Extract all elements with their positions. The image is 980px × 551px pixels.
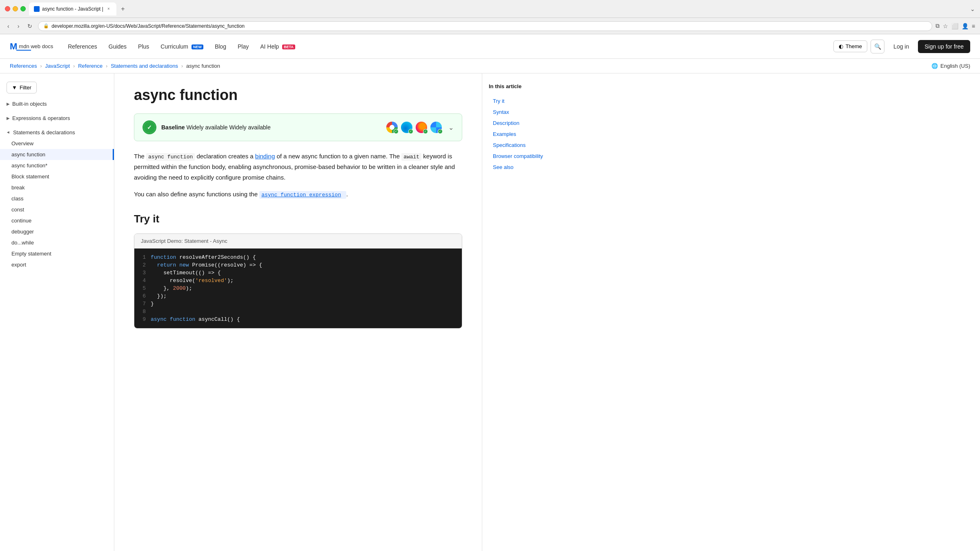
code-line-2: 2 return new Promise((resolve) => { <box>134 261 462 269</box>
edge-check: ✓ <box>408 129 413 134</box>
mdn-logo[interactable]: M mdn web docs <box>10 41 53 52</box>
filter-button[interactable]: ▼ Filter <box>7 82 37 93</box>
desc-code-link: async function expression <box>259 191 346 199</box>
chevron-right-icon: ▶ <box>7 102 10 106</box>
toc-try-it[interactable]: Try it <box>489 96 565 106</box>
async-function-expression-link[interactable]: async function expression <box>261 192 341 198</box>
back-button[interactable]: ‹ <box>5 22 12 30</box>
sidebar-item-class[interactable]: class <box>0 193 114 204</box>
breadcrumb-statements[interactable]: Statements and declarations <box>111 63 178 69</box>
code-line-7: 7 } <box>134 300 462 308</box>
menu-icon[interactable]: ≡ <box>972 23 975 29</box>
toc-browser-compat[interactable]: Browser compatibility <box>489 151 565 161</box>
nav-aihelp[interactable]: AI Help BETA <box>255 41 300 52</box>
desc-code-2: await <box>401 153 421 161</box>
line-num-4: 4 <box>134 278 151 284</box>
desc-text-6: . <box>346 191 348 198</box>
reload-button[interactable]: ↻ <box>25 22 35 30</box>
signup-button[interactable]: Sign up for free <box>918 40 970 53</box>
breadcrumb-references[interactable]: References <box>10 63 37 69</box>
toc-examples[interactable]: Examples <box>489 129 565 139</box>
nav-references[interactable]: References <box>63 41 102 52</box>
screen-share-icon[interactable]: ⧉ <box>935 22 940 29</box>
nav-plus[interactable]: Plus <box>133 41 154 52</box>
new-badge: NEW <box>192 44 203 49</box>
toc-specifications[interactable]: Specifications <box>489 140 565 150</box>
sidebar-item-continue[interactable]: continue <box>0 215 114 226</box>
code-block: 1 function resolveAfter2Seconds() { 2 re… <box>134 249 462 328</box>
breadcrumb: References › JavaScript › Reference › St… <box>0 59 980 73</box>
code-line-3: 3 setTimeout(() => { <box>134 269 462 277</box>
breadcrumb-javascript[interactable]: JavaScript <box>45 63 70 69</box>
minimize-button[interactable] <box>13 6 18 11</box>
toc-description[interactable]: Description <box>489 118 565 128</box>
firefox-check: ✓ <box>423 129 428 134</box>
sidebar-section-expressions: ▶ Expressions & operators <box>0 111 114 125</box>
sidebar-section-builtins: ▶ Built-in objects <box>0 97 114 111</box>
baseline-text: Baseline Widely available Widely availab… <box>161 124 381 131</box>
nav-guides[interactable]: Guides <box>104 41 131 52</box>
active-tab[interactable]: async function - JavaScript | × <box>29 2 116 16</box>
sidebar-group-statements[interactable]: ▼ Statements & declarations <box>0 127 114 138</box>
url-input[interactable]: 🔒 developer.mozilla.org/en-US/docs/Web/J… <box>38 21 932 31</box>
tab-close-button[interactable]: × <box>106 6 111 12</box>
sidebar-item-break[interactable]: break <box>0 182 114 193</box>
line-num-3: 3 <box>134 270 151 276</box>
close-button[interactable] <box>5 6 10 11</box>
sidebar-item-dowhile[interactable]: do...while <box>0 237 114 248</box>
sidebar-item-empty[interactable]: Empty statement <box>0 248 114 259</box>
nav-blog[interactable]: Blog <box>210 41 231 52</box>
theme-icon: ◐ <box>839 43 843 49</box>
line-num-5: 5 <box>134 285 151 291</box>
chrome-check: ✓ <box>394 129 399 134</box>
line-num-2: 2 <box>134 262 151 268</box>
browser-icons: ✓ ✓ ✓ ✓ ⌄ <box>386 122 454 133</box>
language-selector[interactable]: 🌐 English (US) <box>931 63 970 69</box>
bookmark-icon[interactable]: ☆ <box>943 23 948 29</box>
tab-bar: async function - JavaScript | × + ⌄ <box>29 2 975 16</box>
code-demo-header: JavaScript Demo: Statement - Async <box>134 234 462 249</box>
breadcrumb-sep-4: › <box>181 63 183 69</box>
maximize-button[interactable] <box>20 6 26 11</box>
search-button[interactable]: 🔍 <box>871 40 884 53</box>
toc-syntax[interactable]: Syntax <box>489 107 565 117</box>
sidebar-section-statements: ▼ Statements & declarations Overview asy… <box>0 125 114 272</box>
breadcrumb-reference[interactable]: Reference <box>78 63 102 69</box>
code-line-4: 4 resolve('resolved'); <box>134 277 462 284</box>
nav-curriculum[interactable]: Curriculum NEW <box>156 41 208 52</box>
nav-play[interactable]: Play <box>233 41 254 52</box>
line-content-2: return new Promise((resolve) => { <box>151 262 262 268</box>
toc-see-also[interactable]: See also <box>489 162 565 172</box>
sidebar-item-async-generator[interactable]: async function* <box>0 160 114 171</box>
extension-icon[interactable]: ⬜ <box>951 23 958 29</box>
toc-title: In this article <box>489 83 565 89</box>
line-num-6: 6 <box>134 293 151 299</box>
sidebar-item-block[interactable]: Block statement <box>0 171 114 182</box>
line-content-8 <box>151 309 154 315</box>
binding-link[interactable]: binding <box>255 153 275 160</box>
profile-icon[interactable]: 👤 <box>962 23 969 29</box>
sidebar-item-overview[interactable]: Overview <box>0 138 114 149</box>
code-line-1: 1 function resolveAfter2Seconds() { <box>134 253 462 261</box>
firefox-icon-group: ✓ <box>416 122 427 133</box>
sidebar-item-debugger[interactable]: debugger <box>0 226 114 237</box>
baseline-expand-button[interactable]: ⌄ <box>448 124 454 131</box>
header-actions: ◐ Theme 🔍 Log in Sign up for free <box>833 40 970 53</box>
tab-title: async function - JavaScript | <box>42 6 103 12</box>
login-button[interactable]: Log in <box>888 41 915 52</box>
theme-button[interactable]: ◐ Theme <box>833 40 867 52</box>
sidebar-item-export[interactable]: export <box>0 259 114 270</box>
desc-code-1: async function <box>146 153 195 161</box>
sidebar-item-async-function[interactable]: async function <box>0 149 114 160</box>
sidebar-item-const[interactable]: const <box>0 204 114 215</box>
line-num-1: 1 <box>134 254 151 260</box>
sidebar-group-builtins[interactable]: ▶ Built-in objects <box>0 98 114 109</box>
new-tab-button[interactable]: + <box>118 4 128 14</box>
forward-button[interactable]: › <box>15 22 22 30</box>
globe-icon: 🌐 <box>931 63 938 69</box>
tab-expand-button[interactable]: ⌄ <box>970 6 975 12</box>
sidebar-group-expressions[interactable]: ▶ Expressions & operators <box>0 113 114 124</box>
code-line-8: 8 <box>134 308 462 315</box>
breadcrumb-sep-3: › <box>106 63 107 69</box>
breadcrumb-sep-2: › <box>73 63 75 69</box>
